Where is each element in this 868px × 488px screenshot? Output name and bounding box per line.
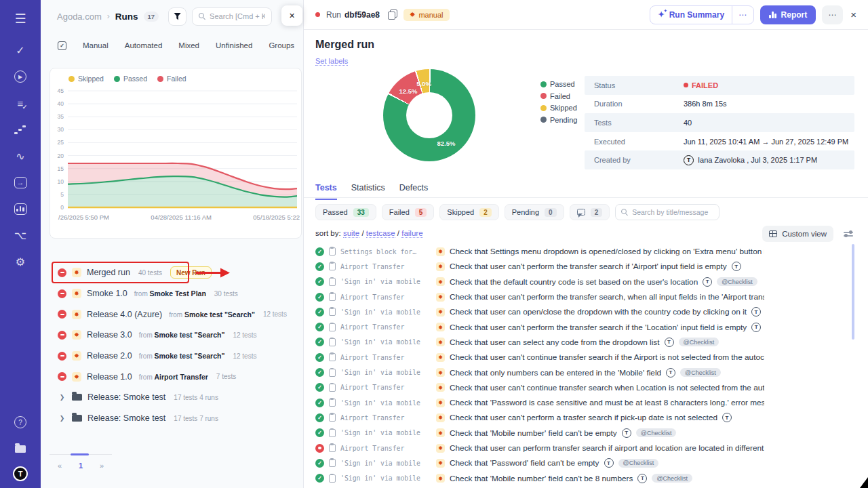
run-row[interactable]: ✸ Merged run 40 tests New Run (41, 262, 303, 283)
view-settings-icon[interactable] (844, 230, 853, 239)
sidebar-tasks-icon[interactable]: ✓ (11, 41, 30, 59)
run-summary-button[interactable]: ✦✦ Run Summary ⋯ (650, 5, 754, 24)
run-plan-name: Airport Transfer (155, 373, 208, 381)
manual-icon: ✸ (436, 368, 445, 377)
sidebar-menu-icon[interactable]: ☰ (11, 9, 30, 27)
donut-slice-label: 82.5% (437, 140, 456, 147)
report-button[interactable]: Report (760, 5, 816, 24)
pagination-prev[interactable]: « (58, 462, 62, 470)
manual-icon: ✸ (72, 372, 81, 382)
report-label: Report (781, 10, 808, 20)
test-row[interactable]: ✓ Airport Transfer ✸ Check that user can… (315, 289, 764, 304)
sidebar-versions-icon[interactable]: ⌥ (11, 226, 30, 244)
legend-dot (540, 117, 547, 123)
tests-search-input[interactable] (632, 208, 713, 216)
run-name: Merged run (87, 268, 130, 277)
sort-link-suite[interactable]: suite (343, 229, 359, 238)
chevron-right-icon[interactable]: ❯ (58, 394, 66, 401)
pagination-next[interactable]: » (100, 462, 104, 470)
test-row[interactable]: ✓ 'Sign in' via mobile ✸ Check that 'Mob… (315, 470, 764, 485)
sidebar-projects-icon[interactable] (11, 440, 30, 458)
runs-search-input[interactable] (210, 12, 265, 20)
test-row[interactable]: ✓ Airport Transfer ✸ Check that user can… (315, 380, 764, 395)
run-row[interactable]: ✸ Release 2.0 from Smoke test "Search" 1… (41, 346, 303, 367)
test-row[interactable]: ✓ Settings block for… ✸ Check that Setti… (315, 244, 764, 259)
passed-status-icon: ✓ (315, 262, 324, 271)
run-group-row[interactable]: ❯ Release: Smoke test 17 tests 7 runs (41, 408, 303, 429)
run-summary-more-button[interactable]: ⋯ (732, 6, 753, 24)
manual-icon: ✸ (436, 383, 445, 392)
chevron-right-icon[interactable]: ❯ (58, 415, 66, 422)
runs-count-badge: 17 (144, 12, 159, 22)
test-title: Check that the default country code is s… (450, 277, 698, 287)
filter-chip-skipped[interactable]: Skipped2 (439, 204, 498, 220)
test-row[interactable]: ✓ 'Sign in' via mobile ✸ Check that the … (315, 274, 764, 289)
filter-button[interactable] (168, 7, 186, 26)
select-runs-icon[interactable]: ✓ (58, 41, 66, 50)
set-labels-link[interactable]: Set labels (315, 57, 348, 66)
manual-icon: ✸ (72, 268, 81, 277)
user-avatar[interactable]: T (13, 466, 28, 481)
testcase-icon (329, 308, 336, 316)
sidebar-runs-play-icon[interactable]: ▶ (11, 68, 30, 85)
pagination-current-page[interactable]: 1 (79, 462, 83, 470)
manual-icon: ✸ (436, 277, 445, 286)
checklist-badge: @Checklist (680, 368, 721, 377)
folder-icon (72, 415, 82, 422)
filter-count-badge: 0 (545, 208, 557, 217)
sidebar-activity-icon[interactable]: ∿ (11, 147, 30, 165)
run-detail-panel: Run dbf59ae8 ✸ manual ✦✦ Run Summary ⋯ R… (304, 0, 868, 488)
runs-search[interactable] (192, 7, 272, 26)
run-row[interactable]: ✸ Smoke 1.0 from Smoke Test Plan 30 test… (41, 283, 303, 304)
panel-close-button[interactable]: × (281, 5, 302, 26)
tests-search[interactable] (615, 204, 719, 220)
run-row[interactable]: ✸ Release 4.0 (Azure) from Smoke test "S… (41, 304, 303, 325)
sort-link-failure[interactable]: failure (401, 229, 422, 238)
test-row[interactable]: ✓ 'Sign in' via mobile ✸ Check that user… (315, 304, 764, 319)
test-row[interactable]: ✓ Airport Transfer ✸ Check that user can… (315, 350, 764, 365)
sidebar-milestones-icon[interactable] (11, 121, 30, 138)
sidebar-reports-icon[interactable] (11, 200, 30, 218)
custom-view-button[interactable]: Custom view (762, 226, 833, 242)
close-run-detail-button[interactable]: × (849, 9, 858, 20)
test-row[interactable]: ✓ Airport Transfer ✸ Check that user can… (315, 410, 764, 425)
test-row[interactable]: ✓ 'Sign in' via mobile ✸ Check that 'Pas… (315, 455, 764, 470)
suite-name: Airport Transfer (340, 414, 431, 422)
test-row[interactable]: ✓ 'Sign in' via mobile ✸ Check that 'Mob… (315, 426, 764, 441)
runs-tab-mixed[interactable]: Mixed (178, 41, 199, 49)
test-row[interactable]: ✓ Airport Transfer ✸ Check that user can… (315, 259, 764, 274)
sort-link-testcase[interactable]: testcase (366, 229, 395, 238)
copy-icon[interactable] (387, 9, 397, 20)
runs-tab-unfinished[interactable]: Unfinished (216, 41, 252, 49)
passed-status-icon: ✓ (315, 277, 324, 286)
filter-chip-failed[interactable]: Failed5 (382, 204, 435, 220)
sidebar-settings-icon[interactable]: ⚙ (11, 253, 30, 270)
test-row[interactable]: Airport Transfer ✸ Check that user can p… (315, 441, 764, 455)
breadcrumb-project[interactable]: Agoda.com (57, 12, 102, 22)
run-group-row[interactable]: ❯ Release: Smoke test 17 tests 4 runs (41, 387, 303, 408)
runs-tab-manual[interactable]: Manual (83, 41, 108, 49)
filter-chip-comments[interactable]: 2 (570, 204, 610, 220)
runs-tab-automated[interactable]: Automated (125, 41, 163, 49)
test-row[interactable]: ✓ 'Sign in' via mobile ✸ Check that 'Pas… (315, 395, 764, 410)
filter-chip-pending[interactable]: Pending0 (505, 204, 564, 220)
sidebar-sign-in-icon[interactable]: → (11, 174, 30, 191)
svg-text:15: 15 (58, 165, 64, 172)
tests-scrollbar[interactable] (852, 244, 854, 340)
sidebar-help-icon[interactable]: ? (11, 413, 30, 431)
run-row[interactable]: ✸ Release 3.0 from Smoke test "Search" 1… (41, 325, 303, 346)
checklist-badge: @Checklist (717, 277, 757, 286)
filter-chip-passed[interactable]: Passed33 (315, 204, 376, 220)
run-row[interactable]: ✸ Release 1.0 from Airport Transfer 7 te… (41, 366, 303, 387)
test-row[interactable]: ✓ 'Sign in' via mobile ✸ Check that only… (315, 365, 764, 380)
more-actions-button[interactable]: ⋯ (822, 5, 843, 24)
manual-icon: ✸ (436, 293, 445, 302)
run-plan-name: Smoke Test Plan (150, 289, 206, 298)
test-row[interactable]: ✓ 'Sign in' via mobile ✸ Check that user… (315, 335, 764, 350)
passed-status-icon: ✓ (315, 474, 324, 483)
failed-status-icon (58, 331, 66, 340)
test-row[interactable]: ✓ Airport Transfer ✸ Check that user can… (315, 319, 764, 334)
sidebar-test-cases-icon[interactable]: ≡✓ (11, 94, 30, 112)
runs-tab-groups[interactable]: Groups (269, 41, 294, 49)
search-icon (199, 13, 205, 20)
